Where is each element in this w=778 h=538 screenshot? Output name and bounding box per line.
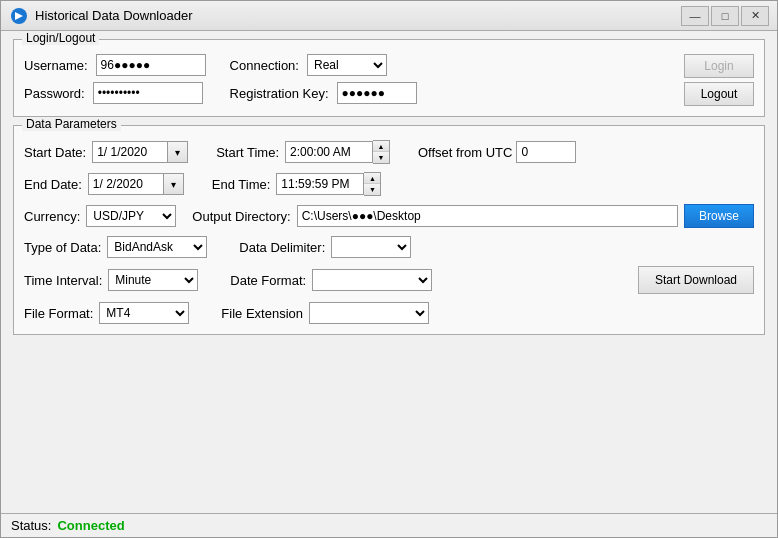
file-extension-select[interactable]: .csv .txt <box>309 302 429 324</box>
login-button[interactable]: Login <box>684 54 754 78</box>
file-format-label: File Format: <box>24 306 93 321</box>
time-interval-label: Time Interval: <box>24 273 102 288</box>
login-group: Login/Logout Username: Password: <box>13 39 765 117</box>
start-time-wrap: ▲ ▼ <box>285 140 390 164</box>
data-params-title: Data Parameters <box>22 117 121 131</box>
end-date-wrap: ▾ <box>88 173 184 195</box>
end-time-label: End Time: <box>212 177 271 192</box>
app-icon <box>9 6 29 26</box>
type-of-data-select[interactable]: BidAndAsk Bid Ask <box>107 236 207 258</box>
status-bar: Status: Connected <box>1 513 777 537</box>
connection-label: Connection: <box>230 58 299 73</box>
regkey-label: Registration Key: <box>230 86 329 101</box>
main-content: Login/Logout Username: Password: <box>1 31 777 513</box>
start-time-label: Start Time: <box>216 145 279 160</box>
start-date-wrap: ▾ <box>92 141 188 163</box>
main-window: Historical Data Downloader — □ ✕ Login/L… <box>0 0 778 538</box>
regkey-input[interactable] <box>337 82 417 104</box>
minimize-button[interactable]: — <box>681 6 709 26</box>
start-time-down-button[interactable]: ▼ <box>373 152 389 163</box>
start-time-input[interactable] <box>285 141 373 163</box>
start-date-input[interactable] <box>92 141 168 163</box>
date-format-select[interactable]: MM/DD/YYYY DD/MM/YYYY YYYY-MM-DD <box>312 269 432 291</box>
password-label: Password: <box>24 86 85 101</box>
end-time-wrap: ▲ ▼ <box>276 172 381 196</box>
offset-label: Offset from UTC <box>418 145 512 160</box>
login-group-title: Login/Logout <box>22 31 99 45</box>
file-extension-label: File Extension <box>221 306 303 321</box>
currency-label: Currency: <box>24 209 80 224</box>
file-format-select[interactable]: MT4 MT5 CSV <box>99 302 189 324</box>
username-input[interactable] <box>96 54 206 76</box>
status-value: Connected <box>57 518 124 533</box>
window-title: Historical Data Downloader <box>35 8 681 23</box>
data-delimiter-select[interactable]: , ; | <box>331 236 411 258</box>
connection-select[interactable]: Real Demo <box>307 54 387 76</box>
output-dir-label: Output Directory: <box>192 209 290 224</box>
currency-select[interactable]: USD/JPY EUR/USD GBP/USD USD/CHF <box>86 205 176 227</box>
time-interval-select[interactable]: Minute Hour Day Week Month <box>108 269 198 291</box>
username-label: Username: <box>24 58 88 73</box>
title-bar: Historical Data Downloader — □ ✕ <box>1 1 777 31</box>
start-date-calendar-button[interactable]: ▾ <box>168 141 188 163</box>
type-of-data-label: Type of Data: <box>24 240 101 255</box>
end-time-down-button[interactable]: ▼ <box>364 184 380 195</box>
data-params-group: Data Parameters Start Date: ▾ Start Time… <box>13 125 765 335</box>
start-download-button[interactable]: Start Download <box>638 266 754 294</box>
offset-input[interactable] <box>516 141 576 163</box>
password-input[interactable] <box>93 82 203 104</box>
end-date-label: End Date: <box>24 177 82 192</box>
end-date-input[interactable] <box>88 173 164 195</box>
date-format-label: Date Format: <box>230 273 306 288</box>
status-label: Status: <box>11 518 51 533</box>
maximize-button[interactable]: □ <box>711 6 739 26</box>
window-controls: — □ ✕ <box>681 6 769 26</box>
logout-button[interactable]: Logout <box>684 82 754 106</box>
start-time-spinner: ▲ ▼ <box>373 140 390 164</box>
data-delimiter-label: Data Delimiter: <box>239 240 325 255</box>
end-time-up-button[interactable]: ▲ <box>364 173 380 184</box>
output-dir-input[interactable] <box>297 205 678 227</box>
end-time-input[interactable] <box>276 173 364 195</box>
start-time-up-button[interactable]: ▲ <box>373 141 389 152</box>
close-button[interactable]: ✕ <box>741 6 769 26</box>
end-date-calendar-button[interactable]: ▾ <box>164 173 184 195</box>
end-time-spinner: ▲ ▼ <box>364 172 381 196</box>
start-date-label: Start Date: <box>24 145 86 160</box>
browse-button[interactable]: Browse <box>684 204 754 228</box>
